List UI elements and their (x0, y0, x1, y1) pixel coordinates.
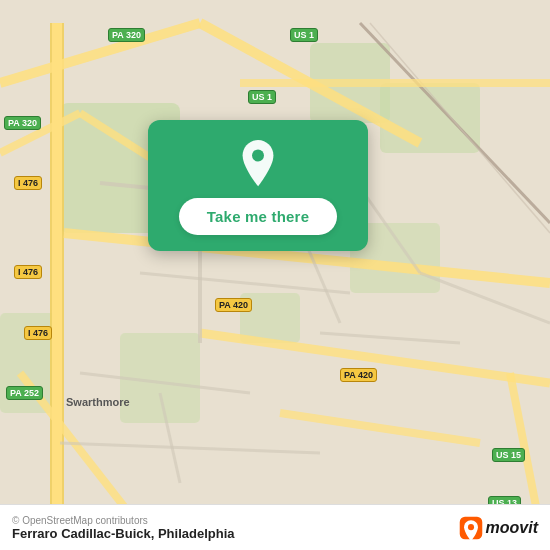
take-me-there-button[interactable]: Take me there (179, 198, 337, 235)
osm-credit: © OpenStreetMap contributors (12, 515, 235, 526)
map-roads-svg (0, 0, 550, 550)
svg-point-33 (468, 524, 474, 530)
svg-line-18 (280, 413, 480, 443)
road-label-us1-1: US 1 (290, 28, 318, 42)
svg-line-28 (320, 333, 460, 343)
svg-line-27 (60, 443, 320, 453)
svg-point-31 (252, 149, 264, 161)
moovit-logo: moovit (458, 515, 538, 541)
svg-line-11 (0, 23, 200, 83)
svg-rect-10 (52, 23, 62, 527)
town-label-swarthmore: Swarthmore (66, 396, 130, 408)
road-label-i476-1: I 476 (14, 176, 42, 190)
road-label-pa320-2: PA 320 (4, 116, 41, 130)
road-label-us15: US 15 (492, 448, 525, 462)
location-name: Ferraro Cadillac-Buick, Philadelphia (12, 526, 235, 541)
location-card: Take me there (148, 120, 368, 251)
road-label-i476-2: I 476 (14, 265, 42, 279)
bottom-bar: © OpenStreetMap contributors Ferraro Cad… (0, 504, 550, 550)
bottom-left-info: © OpenStreetMap contributors Ferraro Cad… (12, 515, 235, 541)
road-label-pa420-3: PA 420 (340, 368, 377, 382)
moovit-brand-text: moovit (486, 519, 538, 537)
moovit-brand-icon (458, 515, 484, 541)
map-container: PA 320 PA 320 PA 420 PA 420 PA 420 I 476… (0, 0, 550, 550)
road-label-i476-3: I 476 (24, 326, 52, 340)
road-label-us1-2: US 1 (248, 90, 276, 104)
location-pin-icon (234, 140, 282, 188)
road-label-pa420-2: PA 420 (215, 298, 252, 312)
road-label-pa252: PA 252 (6, 386, 43, 400)
road-label-pa320-1: PA 320 (108, 28, 145, 42)
